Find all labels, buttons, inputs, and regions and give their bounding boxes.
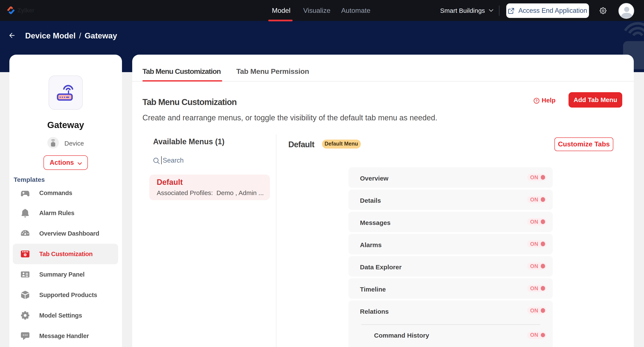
svg-text:?: ? [536, 99, 538, 103]
